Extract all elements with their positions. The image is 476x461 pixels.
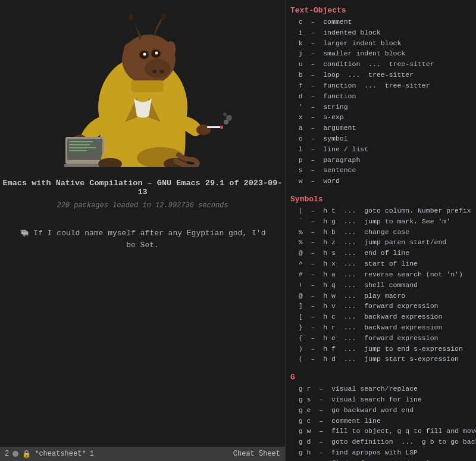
key-item-2-0: g r – visual search/replace	[290, 384, 471, 394]
splash-message: 🐃 If I could name myself after any Egypt…	[0, 228, 285, 251]
key-item-1-4: @ – h s ... end of line	[290, 248, 471, 258]
section-title-2: G	[290, 373, 471, 382]
status-right-label: Cheat Sheet	[233, 450, 280, 458]
key-item-0-5: b – loop ... tree-sitter	[290, 70, 471, 80]
key-item-2-6: g h – find apropos with LSP	[290, 447, 471, 458]
key-item-2-1: g s – visual search for line	[290, 394, 471, 405]
key-item-1-7: ! – h q ... shell command	[290, 280, 471, 291]
key-item-2-5: g d – goto definition ... g b to go back	[290, 437, 471, 447]
svg-point-8	[155, 52, 158, 55]
key-item-2-7: g ? – find references and replace	[290, 458, 471, 461]
key-item-0-2: k – larger indent block	[290, 38, 471, 49]
svg-rect-16	[220, 126, 223, 129]
gnu-mascot	[54, 12, 232, 167]
emacs-title: Emacs with Native Compilation – GNU Emac…	[0, 179, 285, 197]
key-item-1-13: ) – h f ... jump to end s-expression	[290, 344, 471, 354]
key-item-0-8: ' – string	[290, 102, 471, 113]
key-item-0-11: o – symbol	[290, 133, 471, 144]
key-item-0-3: j – smaller indent block	[290, 48, 471, 59]
svg-rect-25	[69, 147, 96, 148]
svg-rect-15	[207, 126, 222, 128]
key-item-1-1: ` – h g ... jump to mark. See 'm'	[290, 216, 471, 227]
section-title-1: Symbols	[290, 195, 471, 204]
svg-point-4	[159, 70, 164, 73]
key-item-1-3: % – h z ... jump paren start/end	[290, 237, 471, 248]
svg-rect-13	[131, 80, 164, 92]
key-item-1-12: { – h e ... forward expression	[290, 333, 471, 344]
section-gap	[290, 365, 471, 369]
svg-point-18	[226, 115, 232, 121]
status-dot	[12, 451, 18, 457]
svg-point-3	[152, 70, 157, 73]
section-title-0: Text-Objects	[290, 6, 471, 15]
status-bar: 2 🔒 *cheatsheet* 1 Cheat Sheet	[0, 447, 285, 461]
key-item-2-4: g w – fill to object, g q to fill and mo…	[290, 426, 471, 437]
key-item-0-4: u – condition ... tree-sitter	[290, 59, 471, 70]
key-item-0-7: d – function	[290, 91, 471, 102]
svg-rect-23	[69, 141, 93, 142]
key-item-0-6: f – function ... tree-sitter	[290, 80, 471, 91]
key-item-0-10: a – argument	[290, 123, 471, 133]
key-item-0-0: c – comment	[290, 17, 471, 27]
key-item-1-8: @ – h w ... play macro	[290, 291, 471, 301]
svg-rect-26	[69, 150, 87, 151]
right-panel[interactable]: Text-Objects c – comment i – indented bl…	[286, 0, 476, 461]
key-item-1-2: % – h b ... change case	[290, 227, 471, 238]
key-item-2-3: g c – comment line	[290, 416, 471, 426]
key-item-1-9: ] – h v ... forward expression	[290, 301, 471, 312]
status-num2: 1	[90, 450, 94, 458]
key-item-0-15: w – word	[290, 176, 471, 186]
key-item-1-14: ( – h d ... jump start s-expression	[290, 354, 471, 365]
section-gap	[290, 186, 471, 191]
key-item-0-12: l – line / list	[290, 144, 471, 155]
key-item-0-9: x – s-exp	[290, 112, 471, 123]
key-item-0-1: i – indented block	[290, 27, 471, 38]
svg-point-19	[223, 113, 227, 116]
status-lock-icon: 🔒	[22, 450, 31, 459]
key-item-1-10: [ – h c ... backward expression	[290, 312, 471, 322]
svg-point-7	[143, 53, 146, 56]
svg-rect-24	[69, 144, 90, 145]
key-item-1-0: | – h t ... goto column. Number prefix	[290, 205, 471, 216]
key-item-2-2: g e – go backward word end	[290, 405, 471, 416]
status-filename: *cheatsheet*	[35, 450, 86, 458]
key-item-1-11: } – h r ... backward expression	[290, 322, 471, 333]
svg-point-10	[161, 13, 166, 20]
packages-subtitle: 220 packages loaded in 12.992736 seconds	[57, 201, 228, 210]
svg-point-9	[129, 14, 133, 21]
svg-point-2	[145, 59, 171, 78]
key-item-0-14: s – sentence	[290, 165, 471, 176]
left-panel: Emacs with Native Compilation – GNU Emac…	[0, 0, 286, 461]
status-num: 2	[5, 450, 9, 458]
key-item-1-5: ^ – h x ... start of line	[290, 258, 471, 269]
key-item-1-6: # – h a ... reverse search (not 'n')	[290, 269, 471, 280]
key-item-0-13: p – paragraph	[290, 155, 471, 166]
svg-point-14	[196, 124, 211, 135]
